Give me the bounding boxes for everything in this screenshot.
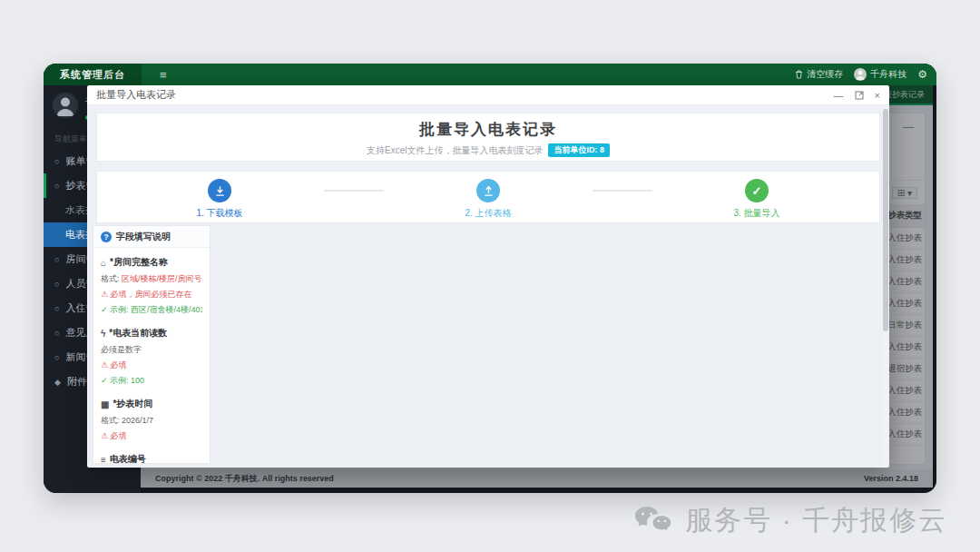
maximize-icon — [855, 91, 864, 100]
modal-window-title: 批量导入电表记录 — [96, 88, 176, 102]
app-header: 系统管理后台 ≡ 清空缓存 千舟科技 ⚙ — [44, 64, 936, 85]
circle-icon: ○ — [54, 329, 59, 338]
question-icon: ? — [101, 232, 112, 242]
field-example: 示例: 西区/宿舍楼/4楼/401 — [110, 305, 202, 314]
field-title: *抄表时间 — [113, 398, 152, 410]
minimize-button[interactable]: — — [834, 90, 844, 101]
step-label: 2. 上传表格 — [465, 207, 511, 220]
scrollbar-thumb[interactable] — [883, 109, 888, 331]
trash-icon — [795, 70, 803, 79]
warning-icon: ⚠ — [101, 431, 108, 440]
warning-icon: ⚠ — [101, 360, 108, 370]
field-example: 示例: 100 — [110, 376, 144, 385]
app-window: 系统管理后台 ≡ 清空缓存 千舟科技 ⚙ 千舟科技 — [44, 64, 936, 493]
field-room-name: ⌂ *房间完整名称 格式: 区域/楼栋/楼层/房间号 ⚠ 必填，房间必须已存在 … — [101, 256, 202, 316]
circle-icon: ○ — [54, 182, 59, 191]
step-separator — [538, 179, 707, 192]
circle-icon: ○ — [54, 157, 59, 166]
check-icon: ✓ — [101, 305, 108, 314]
list-icon: ≡ — [101, 455, 106, 465]
field-reading-time: ▦ *抄表时间 格式: 2026/1/7 ⚠ 必填 — [101, 398, 202, 442]
download-icon — [208, 179, 231, 202]
close-button[interactable]: × — [875, 90, 880, 101]
field-title: 电表编号 — [110, 453, 146, 464]
format-value: 区域/楼栋/楼层/房间号 — [122, 274, 202, 283]
modal-scrollbar[interactable] — [883, 107, 888, 466]
avatar — [53, 93, 78, 118]
import-modal: 批量导入电表记录 — × 批量导入电表记录 支持Excel文件上传，批量导入电表… — [87, 85, 889, 468]
title-card: 批量导入电表记录 支持Excel文件上传，批量导入电表刻度记录 当前单位ID: … — [96, 113, 880, 162]
modal-subtitle: 支持Excel文件上传，批量导入电表刻度记录 — [367, 144, 543, 157]
modal-body: 批量导入电表记录 支持Excel文件上传，批量导入电表刻度记录 当前单位ID: … — [87, 105, 889, 468]
format-label: 格式: — [101, 274, 120, 283]
step-upload-sheet[interactable]: 2. 上传表格 — [438, 179, 538, 220]
wechat-icon — [632, 505, 674, 537]
steps-card: 1. 下载模板 2. 上传表格 ✓ 3. 批量导入 — [96, 171, 880, 223]
modal-window-controls: — × — [834, 90, 880, 101]
step-separator — [270, 179, 438, 192]
step-batch-import[interactable]: ✓ 3. 批量导入 — [707, 179, 807, 220]
field-warning: 必填，房间必须已存在 — [111, 290, 192, 299]
field-meter-number: ≡ 电表编号 电表的编号标识 选填 — [101, 453, 202, 464]
calendar-icon: ▦ — [101, 399, 109, 409]
watermark-label: 服务号 · 千舟报修云 — [685, 502, 947, 539]
gear-icon[interactable]: ⚙ — [917, 68, 927, 81]
clear-cache-button[interactable]: 清空缓存 — [795, 68, 843, 81]
header-avatar — [854, 68, 867, 81]
person-icon — [53, 93, 78, 118]
maximize-button[interactable] — [855, 91, 864, 100]
house-icon: ⌂ — [101, 258, 106, 268]
circle-icon: ○ — [54, 304, 59, 313]
field-title: *电表当前读数 — [109, 327, 167, 340]
modal-header: 批量导入电表记录 — × — [87, 85, 889, 105]
clear-cache-label: 清空缓存 — [807, 68, 843, 81]
modal-subtitle-row: 支持Excel文件上传，批量导入电表刻度记录 当前单位ID: 8 — [97, 143, 879, 157]
step-label: 3. 批量导入 — [733, 207, 779, 220]
hamburger-icon[interactable]: ≡ — [160, 68, 167, 82]
field-help-panel: ? 字段填写说明 ⌂ *房间完整名称 格式: 区域/楼栋/楼层/房间号 ⚠ 必填… — [93, 225, 211, 464]
circle-icon: ○ — [54, 280, 59, 289]
warning-icon: ⚠ — [101, 290, 108, 299]
app-logo: 系统管理后台 — [44, 64, 142, 85]
company-label: 千舟科技 — [870, 68, 906, 81]
check-icon: ✓ — [101, 376, 108, 385]
field-meter-reading: ϟ *电表当前读数 必须是数字 ⚠ 必填 ✓ 示例: 100 — [101, 327, 202, 387]
field-title: *房间完整名称 — [110, 256, 168, 269]
panel-body: ⌂ *房间完整名称 格式: 区域/楼栋/楼层/房间号 ⚠ 必填，房间必须已存在 … — [93, 248, 210, 464]
circle-icon: ○ — [54, 353, 59, 362]
bolt-icon: ϟ — [101, 329, 105, 339]
user-menu[interactable]: 千舟科技 — [854, 68, 906, 81]
panel-header-label: 字段填写说明 — [116, 231, 171, 243]
check-icon: ✓ — [745, 179, 769, 202]
step-label: 1. 下载模板 — [196, 207, 242, 220]
unit-id-badge: 当前单位ID: 8 — [548, 143, 610, 157]
field-warning: 必填 — [111, 360, 127, 370]
header-right: 清空缓存 千舟科技 ⚙ — [795, 68, 936, 81]
step-download-template[interactable]: 1. 下载模板 — [170, 179, 270, 220]
upload-icon — [476, 179, 500, 202]
panel-header: ? 字段填写说明 — [93, 226, 210, 248]
modal-title: 批量导入电表记录 — [97, 119, 879, 140]
circle-icon: ○ — [54, 255, 59, 264]
watermark: 服务号 · 千舟报修云 — [632, 502, 947, 539]
field-desc: 必须是数字 — [101, 344, 202, 356]
tag-icon: ◆ — [54, 378, 61, 387]
field-warning: 必填 — [111, 431, 127, 440]
person-icon — [854, 68, 867, 81]
field-desc: 格式: 2026/1/7 — [101, 415, 202, 427]
